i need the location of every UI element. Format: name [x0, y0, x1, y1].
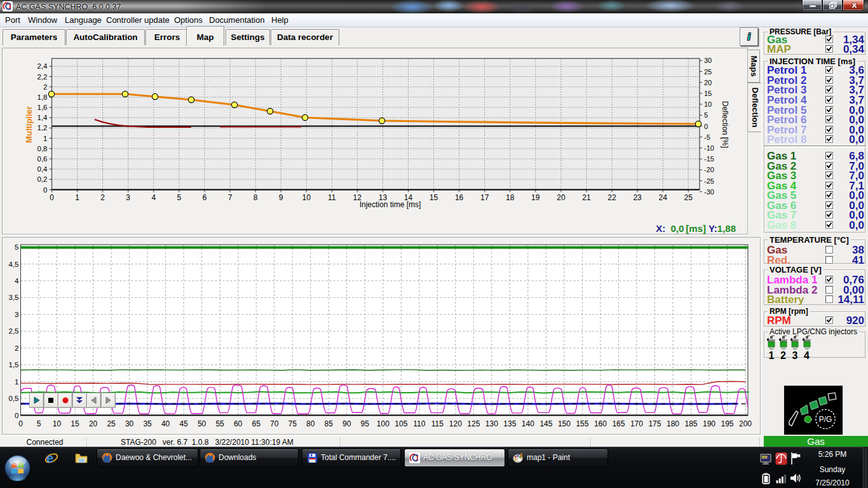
svg-text:5: 5: [15, 243, 18, 251]
svg-text:125: 125: [467, 419, 480, 428]
svg-text:115: 115: [431, 419, 444, 428]
svg-text:3: 3: [126, 193, 130, 202]
svg-text:23: 23: [633, 193, 642, 202]
svg-text:7: 7: [228, 193, 233, 202]
svg-text:110: 110: [413, 419, 425, 428]
svg-text:25: 25: [704, 68, 712, 76]
svg-text:0: 0: [18, 419, 23, 428]
svg-text:195: 195: [721, 419, 733, 428]
svg-text:50: 50: [198, 419, 207, 428]
svg-text:8: 8: [254, 193, 258, 202]
svg-text:155: 155: [576, 419, 588, 428]
svg-text:4: 4: [15, 277, 19, 285]
svg-text:P/G: P/G: [819, 415, 832, 424]
svg-text:145: 145: [539, 419, 552, 428]
svg-text:16: 16: [455, 193, 464, 202]
svg-text:40: 40: [161, 419, 170, 428]
svg-text:1,5: 1,5: [9, 361, 19, 369]
svg-text:2: 2: [100, 193, 105, 202]
svg-text:-30: -30: [704, 188, 714, 196]
svg-text:65: 65: [252, 419, 261, 428]
svg-text:95: 95: [361, 419, 370, 428]
svg-text:0,2: 0,2: [37, 175, 48, 183]
svg-text:130: 130: [485, 419, 498, 428]
svg-text:165: 165: [612, 419, 625, 428]
svg-text:200: 200: [739, 419, 752, 428]
svg-text:5: 5: [704, 111, 708, 119]
svg-text:22: 22: [607, 193, 616, 202]
svg-text:105: 105: [395, 419, 407, 428]
svg-text:0: 0: [704, 123, 708, 130]
svg-text:1,8: 1,8: [37, 93, 48, 101]
svg-text:30: 30: [704, 57, 712, 64]
svg-text:0,8: 0,8: [37, 145, 48, 152]
svg-text:0,6: 0,6: [37, 155, 48, 163]
svg-text:0: 0: [50, 193, 54, 202]
svg-text:30: 30: [125, 419, 134, 428]
svg-text:19: 19: [531, 193, 540, 202]
svg-text:20: 20: [557, 193, 566, 202]
svg-text:1: 1: [43, 135, 47, 142]
svg-text:160: 160: [594, 419, 607, 428]
svg-text:2: 2: [43, 83, 47, 91]
svg-text:20: 20: [89, 419, 98, 428]
svg-text:175: 175: [648, 419, 661, 428]
svg-text:15: 15: [704, 90, 712, 97]
svg-text:24: 24: [659, 193, 668, 202]
svg-text:60: 60: [234, 419, 243, 428]
svg-text:0: 0: [15, 412, 18, 419]
svg-text:-10: -10: [704, 144, 714, 152]
svg-text:Injection time [ms]: Injection time [ms]: [360, 200, 421, 209]
svg-text:11: 11: [328, 193, 336, 202]
svg-text:2,2: 2,2: [37, 73, 48, 81]
svg-text:20: 20: [704, 79, 712, 86]
svg-text:1,2: 1,2: [37, 124, 48, 132]
svg-text:75: 75: [288, 419, 297, 428]
svg-text:4: 4: [151, 193, 156, 202]
svg-text:3: 3: [15, 311, 18, 318]
svg-text:35: 35: [143, 419, 152, 428]
svg-text:140: 140: [522, 419, 534, 428]
svg-text:1,6: 1,6: [37, 104, 48, 111]
svg-text:5: 5: [37, 419, 41, 428]
svg-text:Multiplier: Multiplier: [24, 106, 34, 143]
svg-text:70: 70: [270, 419, 279, 428]
svg-text:85: 85: [325, 419, 334, 428]
svg-text:15: 15: [71, 419, 79, 428]
svg-text:5: 5: [177, 193, 182, 202]
svg-text:100: 100: [377, 419, 390, 428]
svg-text:1: 1: [75, 193, 79, 202]
svg-text:21: 21: [582, 193, 591, 202]
svg-text:185: 185: [684, 419, 697, 428]
svg-text:10: 10: [302, 193, 311, 202]
svg-text:6: 6: [203, 193, 207, 202]
svg-text:2: 2: [15, 344, 18, 352]
svg-text:18: 18: [506, 193, 515, 202]
svg-text:-5: -5: [704, 133, 710, 141]
svg-text:0,4: 0,4: [37, 165, 48, 173]
svg-text:25: 25: [684, 193, 693, 202]
svg-text:99: 99: [762, 454, 768, 460]
svg-text:0,5: 0,5: [9, 395, 19, 402]
svg-text:10: 10: [704, 100, 712, 108]
svg-text:3,5: 3,5: [9, 294, 19, 301]
svg-text:15: 15: [430, 193, 438, 202]
svg-text:1,4: 1,4: [37, 114, 48, 121]
svg-text:0: 0: [43, 186, 47, 194]
svg-text:180: 180: [667, 419, 679, 428]
svg-text:9: 9: [279, 193, 283, 202]
svg-text:2,4: 2,4: [37, 62, 48, 70]
svg-text:-20: -20: [704, 166, 714, 173]
svg-text:45: 45: [179, 419, 188, 428]
svg-text:10: 10: [53, 419, 62, 428]
svg-text:-15: -15: [704, 155, 714, 163]
svg-text:-25: -25: [704, 177, 714, 185]
svg-text:2,5: 2,5: [9, 327, 19, 335]
svg-text:190: 190: [703, 419, 715, 428]
svg-text:25: 25: [107, 419, 116, 428]
svg-text:90: 90: [342, 419, 351, 428]
svg-text:4,5: 4,5: [9, 261, 19, 268]
svg-text:135: 135: [503, 419, 516, 428]
svg-text:150: 150: [558, 419, 571, 428]
svg-text:120: 120: [449, 419, 462, 428]
